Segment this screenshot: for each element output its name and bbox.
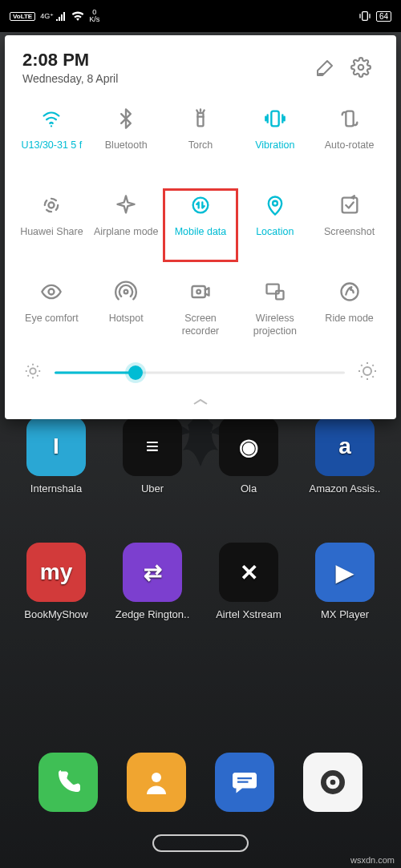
brightness-high-icon	[358, 361, 377, 384]
tile-airplane[interactable]: Airplane mode	[89, 189, 164, 261]
app-label: Uber	[112, 482, 192, 495]
watermark: wsxdn.com	[350, 855, 395, 865]
svg-rect-9	[271, 111, 278, 127]
share-icon	[40, 192, 63, 218]
clock: 2:08 PM Wednesday, 8 April	[22, 50, 308, 85]
svg-point-6	[330, 780, 336, 785]
app-uber[interactable]: ≡Uber	[112, 417, 192, 495]
app-tile: ▶	[315, 543, 375, 602]
dock-phone[interactable]	[38, 753, 98, 812]
app-bookmyshow[interactable]: myBookMyShow	[16, 543, 96, 620]
app-tile: ⇄	[123, 543, 182, 602]
tile-location[interactable]: Location	[237, 189, 312, 261]
ride-icon	[338, 279, 361, 305]
svg-rect-14	[342, 198, 357, 213]
date: Wednesday, 8 April	[22, 72, 308, 85]
time: 2:08 PM	[22, 50, 308, 71]
tile-recorder[interactable]: Screen recorder	[164, 276, 238, 348]
expand-chevron-icon[interactable]	[13, 390, 388, 411]
dock	[0, 753, 401, 812]
app-tile: a	[315, 417, 375, 476]
app-tile: ✕	[219, 543, 278, 602]
app-label: BookMyShow	[16, 608, 96, 620]
svg-point-16	[124, 290, 128, 294]
status-bar: VoLTE 4G⁺ 0 K/s 64	[0, 0, 401, 32]
tile-mobiledata[interactable]: Mobile data	[164, 189, 238, 261]
torch-icon	[189, 106, 212, 131]
svg-point-12	[193, 198, 209, 213]
tile-torch[interactable]: Torch	[164, 103, 238, 175]
app-zedge-rington-[interactable]: ⇄Zedge Rington..	[112, 543, 192, 620]
tile-label: Wireless projection	[239, 313, 310, 338]
svg-rect-10	[346, 111, 353, 127]
bluetooth-icon	[115, 106, 137, 131]
app-label: Ola	[209, 482, 289, 495]
tile-eyecomfort[interactable]: Eye comfort	[14, 276, 89, 348]
vibrate-status-icon	[358, 10, 371, 22]
data-icon	[189, 192, 212, 218]
svg-rect-2	[237, 777, 252, 779]
app-tile: I	[26, 417, 86, 476]
dock-contacts[interactable]	[127, 753, 186, 812]
app-airtel-xstream[interactable]: ✕Airtel Xstream	[209, 543, 289, 620]
svg-point-18	[196, 290, 200, 294]
recorder-icon	[189, 279, 212, 305]
tile-wifi[interactable]: U13/30-31 5 f	[14, 103, 89, 175]
app-label: MX Player	[305, 608, 385, 620]
svg-point-21	[341, 284, 358, 301]
vibration-icon	[264, 106, 286, 131]
app-ola[interactable]: ◉Ola	[209, 417, 289, 495]
svg-point-7	[358, 65, 364, 71]
rotate-icon	[338, 106, 361, 131]
tile-label: Location	[256, 226, 294, 252]
svg-rect-8	[197, 113, 203, 126]
tile-hotspot[interactable]: Hotspot	[89, 276, 164, 348]
app-amazon-assis-[interactable]: aAmazon Assis..	[305, 417, 385, 495]
app-label: Amazon Assis..	[305, 482, 385, 495]
quick-tiles-grid: U13/30-31 5 fBluetoothTorchVibrationAuto…	[13, 95, 388, 353]
tile-huaweishare[interactable]: Huawei Share	[14, 189, 89, 261]
tile-ridemode[interactable]: Ride mode	[312, 276, 387, 348]
svg-point-22	[30, 368, 35, 373]
tile-label: Huawei Share	[20, 226, 83, 252]
home-screen: IInternshala≡Uber◉OlaaAmazon Assis.. myB…	[0, 417, 401, 668]
tile-autorotate[interactable]: Auto-rotate	[312, 103, 387, 175]
dock-settings[interactable]	[303, 753, 363, 812]
settings-icon[interactable]	[343, 50, 379, 85]
tile-label: Airplane mode	[94, 226, 159, 252]
tile-label: Eye comfort	[25, 313, 79, 338]
app-tile: ◉	[219, 417, 278, 476]
tile-label: Ride mode	[325, 313, 373, 338]
network-speed: 0 K/s	[89, 9, 99, 23]
app-internshala[interactable]: IInternshala	[16, 417, 96, 495]
svg-point-1	[152, 773, 161, 782]
tile-vibration[interactable]: Vibration	[237, 103, 312, 175]
signal-icon: 4G⁺	[40, 11, 67, 21]
app-label: Zedge Rington..	[112, 608, 192, 620]
svg-rect-0	[363, 12, 368, 21]
battery-icon: 64	[376, 11, 391, 22]
eye-icon	[40, 279, 63, 305]
quick-settings-panel: 2:08 PM Wednesday, 8 April U13/30-31 5 f…	[5, 35, 396, 419]
tile-label: Torch	[188, 139, 213, 165]
svg-point-15	[49, 289, 55, 295]
edit-icon[interactable]	[308, 50, 343, 85]
app-label: Airtel Xstream	[209, 608, 289, 620]
volte-badge: VoLTE	[10, 12, 35, 21]
location-icon	[264, 192, 286, 218]
app-tile: my	[26, 543, 86, 602]
dock-messages[interactable]	[215, 753, 274, 812]
svg-rect-17	[192, 286, 205, 297]
tile-screenshot[interactable]: Screenshot	[312, 189, 387, 261]
brightness-slider[interactable]	[55, 361, 345, 385]
svg-point-11	[49, 203, 55, 208]
tile-label: Screen recorder	[165, 313, 237, 338]
wifi-status-icon	[71, 11, 84, 21]
tile-projection[interactable]: Wireless projection	[237, 276, 312, 348]
svg-rect-19	[266, 285, 278, 294]
tile-bluetooth[interactable]: Bluetooth	[89, 103, 164, 175]
brightness-row	[13, 353, 388, 390]
tile-label: Vibration	[255, 139, 294, 165]
nav-gesture-pill[interactable]	[152, 834, 249, 852]
app-mx-player[interactable]: ▶MX Player	[305, 543, 385, 620]
